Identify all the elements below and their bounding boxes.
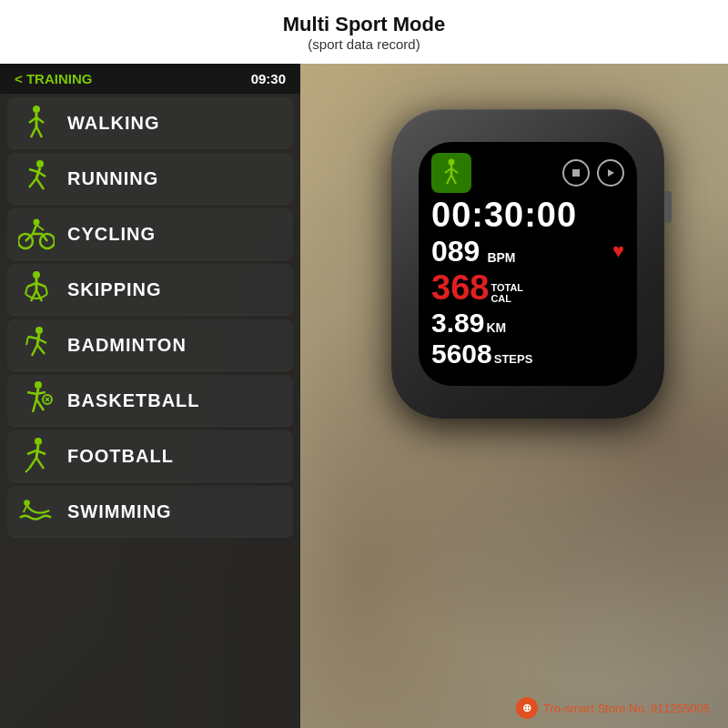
watch-top-row — [431, 153, 624, 193]
watch-container: 00:30:00 089 BPM ♥ 368 TOTAL CAL — [364, 82, 710, 673]
badminton-label: BADMINTON — [67, 335, 187, 356]
running-icon — [18, 160, 55, 197]
menu-header: < TRAINING 09:30 — [0, 64, 300, 94]
svg-point-0 — [33, 106, 40, 113]
svg-line-29 — [37, 345, 45, 354]
svg-point-47 — [24, 500, 30, 506]
football-icon — [18, 438, 55, 474]
watch-cal-unit-label: CAL — [490, 293, 523, 304]
svg-point-49 — [449, 159, 455, 166]
watch-steps-unit: STEPS — [494, 352, 533, 366]
menu-time: 09:30 — [251, 71, 286, 86]
watch-steps-value: 5608 — [431, 339, 492, 369]
basketball-label: BASKETBALL — [67, 390, 200, 411]
svg-line-42 — [27, 450, 36, 454]
svg-line-53 — [447, 175, 451, 184]
menu-item-basketball[interactable]: BASKETBALL — [7, 375, 293, 427]
stop-button[interactable] — [562, 159, 590, 187]
svg-line-15 — [36, 225, 44, 230]
menu-item-walking[interactable]: WALKING — [7, 97, 293, 149]
watch-activity-icon — [431, 153, 471, 193]
svg-point-16 — [33, 271, 40, 278]
svg-point-31 — [35, 381, 42, 389]
svg-line-26 — [28, 337, 37, 339]
skipping-label: SKIPPING — [67, 279, 162, 300]
watch-side-button[interactable] — [664, 191, 672, 223]
svg-point-24 — [35, 327, 43, 334]
watermark-icon: ⊕ — [516, 697, 538, 719]
play-button[interactable] — [597, 159, 624, 187]
svg-point-40 — [35, 438, 42, 445]
watch-bpm-unit: BPM — [487, 250, 515, 265]
svg-line-22 — [31, 290, 36, 301]
menu-item-swimming[interactable]: SWIMMING — [7, 486, 293, 538]
watch-cal-row: 368 TOTAL CAL — [431, 268, 624, 308]
watch-screen: 00:30:00 089 BPM ♥ 368 TOTAL CAL — [419, 142, 637, 386]
background: Multi Sport Mode (sport data record) < T… — [0, 0, 728, 728]
watch-km-value: 3.89 — [431, 308, 484, 339]
watch-cal-total-label: TOTAL — [490, 282, 523, 293]
back-button[interactable]: < TRAINING — [15, 71, 92, 86]
menu-panel: < TRAINING 09:30 WALKING — [0, 64, 300, 728]
svg-line-46 — [25, 469, 29, 472]
cycling-icon — [18, 216, 55, 252]
watch-bpm-row: 089 BPM ♥ — [431, 235, 624, 268]
svg-line-27 — [26, 337, 28, 345]
swimming-label: SWIMMING — [67, 501, 172, 522]
watch-km-row: 3.89 KM — [431, 308, 624, 339]
menu-item-badminton[interactable]: BADMINTON — [7, 319, 293, 371]
svg-line-5 — [36, 126, 42, 137]
heart-icon: ♥ — [612, 239, 624, 263]
svg-line-48 — [24, 505, 27, 512]
svg-line-19 — [25, 287, 27, 294]
walking-label: WALKING — [67, 113, 159, 134]
svg-line-54 — [451, 175, 456, 184]
page-title: Multi Sport Mode — [283, 13, 445, 36]
watch-steps-row: 5608 STEPS — [431, 339, 624, 369]
svg-line-9 — [38, 172, 46, 177]
skipping-icon — [18, 271, 55, 308]
menu-item-football[interactable]: FOOTBALL — [7, 430, 293, 482]
watch-km-unit: KM — [486, 320, 506, 335]
svg-marker-56 — [608, 169, 614, 177]
svg-point-6 — [36, 160, 44, 167]
football-label: FOOTBALL — [67, 446, 174, 467]
svg-line-28 — [32, 345, 37, 356]
watch-controls — [562, 159, 624, 187]
page-header: Multi Sport Mode (sport data record) — [0, 0, 728, 64]
svg-rect-55 — [572, 169, 580, 177]
menu-item-cycling[interactable]: CYCLING — [7, 208, 293, 260]
svg-line-44 — [29, 458, 36, 469]
menu-item-running[interactable]: RUNNING — [7, 153, 293, 205]
svg-line-4 — [31, 126, 36, 137]
svg-line-35 — [33, 399, 36, 412]
menu-item-skipping[interactable]: SKIPPING — [7, 264, 293, 316]
svg-line-23 — [36, 290, 42, 301]
watch-body: 00:30:00 089 BPM ♥ 368 TOTAL CAL — [391, 109, 664, 419]
running-label: RUNNING — [67, 168, 158, 189]
watch-cal-value: 368 — [431, 268, 489, 308]
svg-line-45 — [36, 458, 44, 469]
svg-line-21 — [46, 287, 47, 294]
page-subtitle: (sport data record) — [308, 36, 420, 52]
watermark: ⊕ Tro-smart Store No. 911255005 — [516, 697, 710, 719]
watch-time-display: 00:30:00 — [431, 197, 624, 235]
svg-line-11 — [36, 178, 44, 189]
svg-point-14 — [34, 219, 40, 226]
watermark-text: Tro-smart Store No. 911255005 — [543, 702, 710, 715]
walking-icon — [18, 105, 55, 141]
swimming-icon — [18, 493, 55, 530]
badminton-icon — [18, 327, 55, 363]
svg-line-8 — [29, 169, 38, 172]
basketball-icon — [18, 382, 55, 419]
watch-bpm-value: 089 — [431, 235, 480, 268]
cycling-label: CYCLING — [67, 224, 156, 245]
svg-line-10 — [29, 178, 36, 187]
svg-line-33 — [27, 392, 36, 394]
